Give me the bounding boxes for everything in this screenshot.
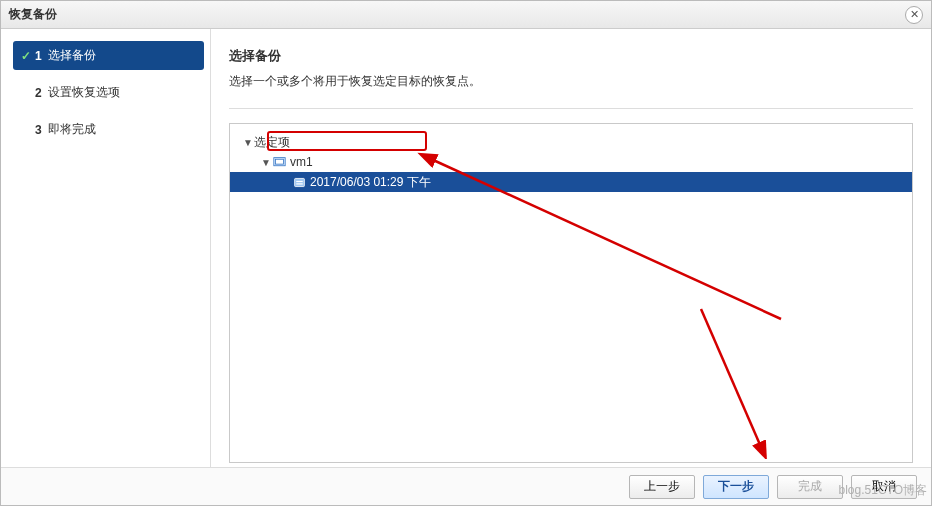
- titlebar: 恢复备份 ✕: [1, 1, 931, 29]
- dialog-body: ✓ 1 选择备份 2 设置恢复选项 3 即将完成 选择备份 选择一个或多个将用于…: [1, 29, 931, 467]
- next-button[interactable]: 下一步: [703, 475, 769, 499]
- step-number: 1: [35, 49, 42, 63]
- divider: [229, 108, 913, 109]
- svg-rect-4: [296, 183, 303, 184]
- tree-vm-label: vm1: [290, 155, 313, 169]
- step-select-backup[interactable]: ✓ 1 选择备份: [13, 41, 204, 70]
- expand-icon[interactable]: ▼: [242, 137, 254, 148]
- panel-heading: 选择备份: [229, 47, 913, 65]
- cancel-button[interactable]: 取消: [851, 475, 917, 499]
- dialog-title: 恢复备份: [9, 6, 57, 23]
- back-button[interactable]: 上一步: [629, 475, 695, 499]
- svg-rect-2: [294, 178, 304, 186]
- step-label: 即将完成: [48, 121, 96, 138]
- step-ready-complete[interactable]: 3 即将完成: [13, 115, 204, 144]
- dialog-footer: 上一步 下一步 完成 取消: [1, 467, 931, 505]
- step-label: 设置恢复选项: [48, 84, 120, 101]
- main-panel: 选择备份 选择一个或多个将用于恢复选定目标的恢复点。 ▼ 选定项 ▼ vm1: [211, 29, 931, 467]
- finish-button[interactable]: 完成: [777, 475, 843, 499]
- backup-icon: [292, 175, 306, 189]
- tree-backup-label: 2017/06/03 01:29 下午: [310, 174, 431, 191]
- step-number: 3: [35, 123, 42, 137]
- vm-icon: [272, 155, 286, 169]
- step-number: 2: [35, 86, 42, 100]
- tree-root-label: 选定项: [254, 134, 290, 151]
- restore-backup-dialog: 恢复备份 ✕ ✓ 1 选择备份 2 设置恢复选项 3 即将完成 选择备份 选择一…: [0, 0, 932, 506]
- step-label: 选择备份: [48, 47, 96, 64]
- tree-root[interactable]: ▼ 选定项: [230, 132, 912, 152]
- step-set-options[interactable]: 2 设置恢复选项: [13, 78, 204, 107]
- svg-rect-3: [296, 180, 303, 181]
- tree-backup-node[interactable]: 2017/06/03 01:29 下午: [230, 172, 912, 192]
- wizard-sidebar: ✓ 1 选择备份 2 设置恢复选项 3 即将完成: [1, 29, 211, 467]
- tree-vm-node[interactable]: ▼ vm1: [230, 152, 912, 172]
- expand-icon[interactable]: ▼: [260, 157, 272, 168]
- svg-rect-1: [275, 159, 283, 164]
- close-icon[interactable]: ✕: [905, 6, 923, 24]
- check-icon: ✓: [21, 49, 31, 63]
- panel-description: 选择一个或多个将用于恢复选定目标的恢复点。: [229, 73, 913, 90]
- backup-tree[interactable]: ▼ 选定项 ▼ vm1 2017/06/03 01:29 下午: [229, 123, 913, 463]
